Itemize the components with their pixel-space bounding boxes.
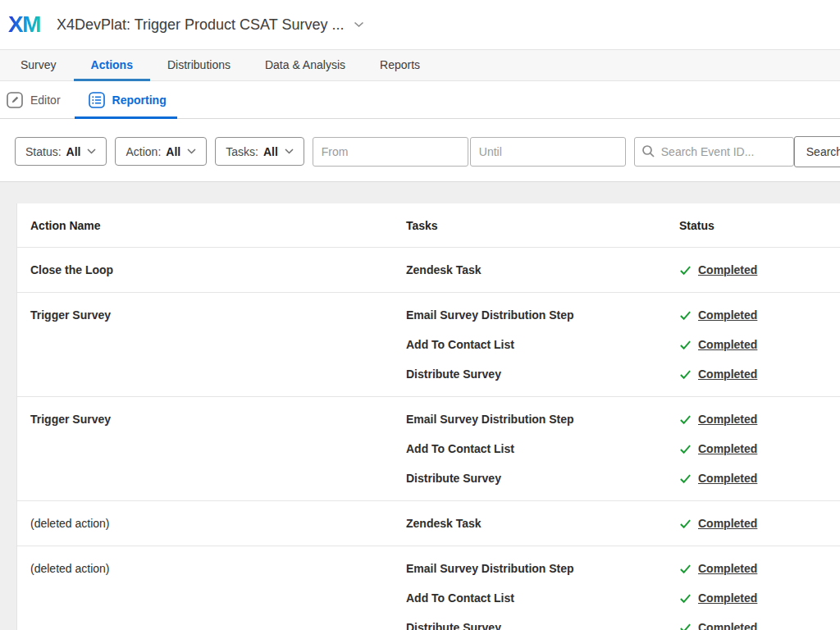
check-icon xyxy=(679,443,692,455)
status-cell: Completed xyxy=(679,338,840,351)
check-icon xyxy=(679,592,692,605)
chevron-down-icon xyxy=(354,21,364,28)
check-icon xyxy=(679,368,692,381)
check-icon xyxy=(679,563,692,575)
status-link[interactable]: Completed xyxy=(698,562,757,575)
tab-editor-label: Editor xyxy=(30,94,61,107)
actions-sub-nav: Editor Reporting xyxy=(0,81,840,119)
status-filter-value: All xyxy=(66,145,81,158)
status-cell: Completed xyxy=(679,442,840,455)
check-icon xyxy=(679,264,692,276)
actions-report-table: Action Name Tasks Status Close the Loop … xyxy=(16,203,840,630)
column-header-tasks: Tasks xyxy=(406,219,679,232)
table-row: Trigger Survey Email Survey Distribution… xyxy=(17,397,840,501)
reporting-content: Action Name Tasks Status Close the Loop … xyxy=(0,182,840,630)
table-header-row: Action Name Tasks Status xyxy=(17,203,840,248)
task-name: Distribute Survey xyxy=(406,621,679,630)
tab-distributions[interactable]: Distributions xyxy=(150,50,248,81)
tab-actions[interactable]: Actions xyxy=(74,50,150,81)
tab-survey[interactable]: Survey xyxy=(3,50,74,81)
action-name-cell: (deleted action) xyxy=(17,517,406,530)
status-cell: Completed xyxy=(679,562,840,575)
date-from-input[interactable] xyxy=(313,137,468,167)
tasks-filter-value: All xyxy=(263,145,278,158)
status-link[interactable]: Completed xyxy=(698,517,757,530)
status-link[interactable]: Completed xyxy=(698,591,757,605)
table-body: Close the Loop Zendesk Task Completed Tr… xyxy=(17,248,840,630)
task-name: Add To Contact List xyxy=(406,442,679,455)
action-name-cell: Close the Loop xyxy=(17,263,406,276)
check-icon xyxy=(679,518,692,530)
tasks-filter-label: Tasks: xyxy=(226,145,258,158)
check-icon xyxy=(679,309,692,322)
tab-data-analysis[interactable]: Data & Analysis xyxy=(248,50,363,81)
table-row: (deleted action) Zendesk Task Completed xyxy=(17,501,840,546)
task-name: Zendesk Task xyxy=(406,517,679,530)
action-filter-dropdown[interactable]: Action: All xyxy=(115,137,207,166)
action-name-cell: (deleted action) xyxy=(17,562,406,575)
date-until-input[interactable] xyxy=(470,137,626,167)
survey-title-menu[interactable]: X4DevPlat: Trigger Product CSAT Survey .… xyxy=(57,16,364,34)
status-cell: Completed xyxy=(679,263,840,276)
search-icon xyxy=(641,144,655,161)
column-header-action-name: Action Name xyxy=(17,219,406,232)
status-cell: Completed xyxy=(679,621,840,630)
action-name-cell: Trigger Survey xyxy=(17,308,406,322)
status-cell: Completed xyxy=(679,308,840,322)
search-event-id-input[interactable] xyxy=(634,137,794,167)
task-name: Distribute Survey xyxy=(406,472,679,485)
status-cell: Completed xyxy=(679,591,840,605)
check-icon xyxy=(679,339,692,351)
survey-title: X4DevPlat: Trigger Product CSAT Survey .… xyxy=(57,16,344,34)
status-filter-dropdown[interactable]: Status: All xyxy=(15,137,107,166)
tab-editor[interactable]: Editor xyxy=(7,81,75,118)
task-name: Add To Contact List xyxy=(406,591,679,605)
status-link[interactable]: Completed xyxy=(698,368,757,381)
tab-reports[interactable]: Reports xyxy=(363,50,437,81)
status-cell: Completed xyxy=(679,413,840,426)
task-name: Email Survey Distribution Step xyxy=(406,562,679,575)
task-name: Zendesk Task xyxy=(406,263,679,276)
xm-logo: XM xyxy=(8,11,40,38)
task-name: Distribute Survey xyxy=(406,368,679,381)
action-filter-label: Action: xyxy=(126,145,161,158)
status-cell: Completed xyxy=(679,472,840,485)
action-name-cell: Trigger Survey xyxy=(17,413,406,426)
chevron-down-icon xyxy=(87,148,96,154)
status-link[interactable]: Completed xyxy=(698,263,757,276)
status-link[interactable]: Completed xyxy=(698,338,757,351)
chevron-down-icon xyxy=(285,148,294,154)
action-filter-value: All xyxy=(166,145,180,158)
app-header: XM X4DevPlat: Trigger Product CSAT Surve… xyxy=(0,0,840,49)
filter-bar: Status: All Action: All Tasks: All Searc… xyxy=(0,119,840,182)
task-name: Email Survey Distribution Step xyxy=(406,308,679,322)
status-link[interactable]: Completed xyxy=(698,621,757,630)
status-link[interactable]: Completed xyxy=(698,442,757,455)
list-icon xyxy=(89,92,105,108)
table-row: Trigger Survey Email Survey Distribution… xyxy=(17,293,840,397)
column-header-status: Status xyxy=(679,219,840,232)
task-name: Email Survey Distribution Step xyxy=(406,413,679,426)
tab-reporting-label: Reporting xyxy=(112,94,167,107)
task-name: Add To Contact List xyxy=(406,338,679,351)
table-row: (deleted action) Email Survey Distributi… xyxy=(17,546,840,630)
tab-reporting[interactable]: Reporting xyxy=(75,81,180,118)
status-link[interactable]: Completed xyxy=(698,472,757,485)
table-row: Close the Loop Zendesk Task Completed xyxy=(17,248,840,293)
primary-nav: Survey Actions Distributions Data & Anal… xyxy=(0,49,840,81)
pencil-icon xyxy=(7,92,23,108)
status-filter-label: Status: xyxy=(25,145,62,158)
search-button[interactable]: Search xyxy=(794,136,840,167)
chevron-down-icon xyxy=(187,148,196,154)
check-icon xyxy=(679,472,692,485)
status-link[interactable]: Completed xyxy=(698,308,757,322)
search-field-wrap xyxy=(634,137,794,167)
tasks-filter-dropdown[interactable]: Tasks: All xyxy=(215,137,304,166)
check-icon xyxy=(679,622,692,630)
status-link[interactable]: Completed xyxy=(698,413,757,426)
status-cell: Completed xyxy=(679,368,840,381)
status-cell: Completed xyxy=(679,517,840,530)
check-icon xyxy=(679,413,692,426)
